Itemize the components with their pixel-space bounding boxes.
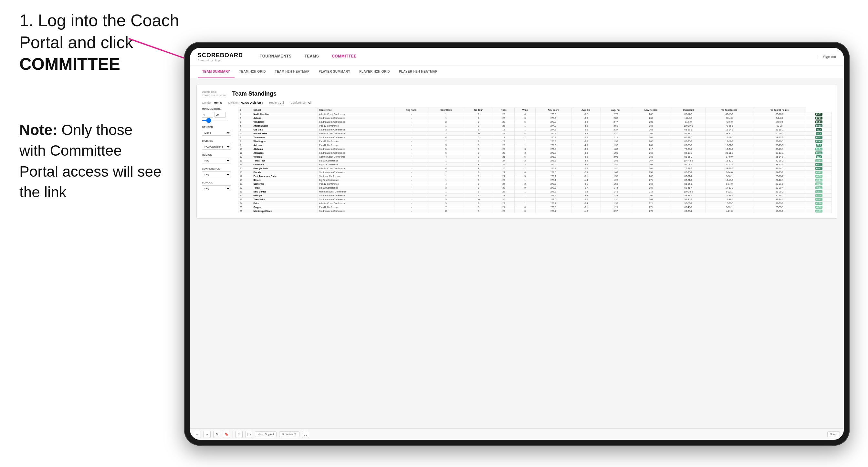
sub-nav-team-h2h-grid[interactable]: TEAM H2H GRID: [235, 66, 270, 78]
cell-reg-rank: -: [395, 175, 428, 178]
cell-avg-par: 267: [631, 175, 671, 178]
eye-icon: 👁: [282, 433, 285, 436]
cell-overall-25: 9-19-1: [706, 206, 753, 209]
col-wins: Wins: [515, 108, 536, 113]
cell-low-record: 61-21-0: [671, 136, 706, 139]
cell-rnds: 21: [493, 155, 515, 159]
toolbar-btn-refresh[interactable]: ↻: [213, 431, 220, 438]
cell-vs-top: 33-44-3: [753, 198, 806, 201]
cell-adj-sg: -6.0: [571, 139, 600, 144]
cell-conf-rank: 3: [428, 144, 464, 147]
cell-no-tour: 8: [464, 144, 493, 147]
cell-vs-top: 38-6-0: [753, 120, 806, 124]
cell-reg-rank: -: [395, 128, 428, 132]
cell-school: Oregon: [252, 206, 318, 209]
toolbar-btn-back[interactable]: ←: [194, 431, 201, 438]
update-time: Update time: 27/03/2024 16:56:26: [202, 90, 225, 97]
sub-nav-team-summary[interactable]: TEAM SUMMARY: [198, 66, 235, 78]
cell-wins: 0: [515, 186, 536, 190]
cell-rnds: 26: [493, 124, 515, 128]
min-rounds-input2[interactable]: [215, 112, 226, 118]
cell-reg-rank: -: [395, 159, 428, 163]
school-select[interactable]: (All): [202, 185, 231, 191]
cell-wins: 3: [515, 147, 536, 151]
sub-nav-team-h2h-heatmap[interactable]: TEAM H2H HEATMAP: [270, 66, 314, 78]
cell-conf-rank: 1: [428, 116, 464, 120]
cell-avg-sg: 1.85: [600, 159, 631, 163]
cell-no-tour: 8: [464, 209, 493, 213]
cell-reg-rank: -: [395, 190, 428, 194]
cell-overall-25: 30-4-0: [706, 116, 753, 120]
cell-avg-sg: 2.20: [600, 132, 631, 136]
nav-item-teams[interactable]: TEAMS: [298, 48, 326, 66]
sub-nav-player-summary[interactable]: PLAYER SUMMARY: [314, 66, 355, 78]
scoreboard-logo: SCOREBOARD Powered by clippd: [198, 52, 243, 62]
cell-vs-top: 34-25-2: [753, 170, 806, 175]
cell-adj-sg: -3.5: [571, 159, 600, 163]
cell-vs-top: 63-17-0: [753, 113, 806, 116]
cell-overall-25: 17-33-3: [706, 186, 753, 190]
cell-avg-sg: 1.41: [600, 190, 631, 194]
cell-vs-top: 10-30-0: [753, 209, 806, 213]
nav-item-committee[interactable]: COMMITTEE: [325, 48, 363, 66]
toolbar-btn-clock[interactable]: ◯: [245, 431, 252, 438]
conference-value: All: [308, 101, 311, 104]
min-rounds-input1[interactable]: [202, 112, 213, 118]
cell-no-tour: 8: [464, 178, 493, 182]
toolbar-view-original[interactable]: View: Original: [255, 432, 277, 437]
toolbar-share[interactable]: Share: [827, 432, 840, 437]
cell-rank: 15: [239, 167, 252, 170]
sub-nav-player-h2h-heatmap[interactable]: PLAYER H2H HEATMAP: [395, 66, 442, 78]
rounds-slider[interactable]: [202, 120, 228, 121]
cell-low-record: 88-17-0: [671, 113, 706, 116]
cell-vs-top: 80-98: [753, 124, 806, 128]
cell-low-record: 87-21-2: [671, 175, 706, 178]
toolbar-watch[interactable]: 👁 Watch ▼: [279, 432, 299, 437]
toolbar-btn-bookmark[interactable]: 🔖: [223, 431, 230, 438]
toolbar-btn-grid[interactable]: ☷: [236, 431, 243, 438]
cell-avg-sg: 1.86: [600, 147, 631, 151]
toolbar-btn-forward[interactable]: →: [204, 431, 211, 438]
cell-avg-par: 217: [631, 147, 671, 151]
region-select[interactable]: N/A Northeast Southeast: [202, 158, 231, 163]
table-row: 26 Mississippi State Southeastern Confer…: [239, 209, 832, 213]
cell-conf: Atlantic Coast Conference: [318, 155, 395, 159]
sub-nav-player-h2h-grid[interactable]: PLAYER H2H GRID: [355, 66, 395, 78]
cell-rnds: 22: [493, 120, 515, 124]
gender-select[interactable]: Men's Women's: [202, 130, 231, 136]
table-body: 1 North Carolina Atlantic Coast Conferen…: [239, 113, 832, 213]
division-select[interactable]: NCAA Division I NCAA Division II: [202, 144, 231, 150]
cell-overall-25: 4-21-0: [706, 209, 753, 213]
cell-conf-rank: 2: [428, 163, 464, 167]
cell-adj-score: 277.0: [536, 151, 571, 155]
cell-vs-top: 39-23-3: [753, 144, 806, 147]
cell-rank: 2: [239, 116, 252, 120]
cell-vs-top50: 86.64: [806, 120, 832, 124]
cell-adj-score: 276.3: [536, 155, 571, 159]
cell-wins: 2: [515, 182, 536, 186]
toolbar-btn-expand[interactable]: ⛶: [302, 431, 309, 438]
sign-out-link[interactable]: Sign out: [817, 55, 836, 59]
cell-conf: Southeastern Conference: [318, 120, 395, 124]
nav-items: TOURNAMENTS TEAMS COMMITTEE: [253, 48, 812, 66]
cell-adj-sg: -1.4: [571, 178, 600, 182]
cell-vs-top: 44-24-1: [753, 167, 806, 170]
cell-avg-par: 268: [631, 155, 671, 159]
cell-rank: 22: [239, 194, 252, 198]
cell-wins: 6: [515, 120, 536, 124]
table-head: # School Conference Reg Rank Conf Rank N…: [239, 108, 832, 113]
cell-low-record: 92-40-3: [671, 198, 706, 201]
nav-item-tournaments[interactable]: TOURNAMENTS: [253, 48, 298, 66]
cell-adj-score: 276.3: [536, 139, 571, 144]
conference-select[interactable]: (All) ACC SEC: [202, 172, 231, 177]
cell-avg-sg: 1.28: [600, 178, 631, 182]
col-overall-25: Overall 25: [671, 108, 706, 113]
cell-adj-score: 279.1: [536, 178, 571, 182]
standings-table: # School Conference Reg Rank Conf Rank N…: [238, 107, 832, 213]
cell-adj-score: 273.8: [536, 120, 571, 124]
cell-rnds: 21: [493, 194, 515, 198]
cell-adj-score: 273.6: [536, 116, 571, 120]
cell-avg-par: 271: [631, 206, 671, 209]
cell-vs-top50: 48.27: [806, 182, 832, 186]
cell-no-tour: 6: [464, 136, 493, 139]
